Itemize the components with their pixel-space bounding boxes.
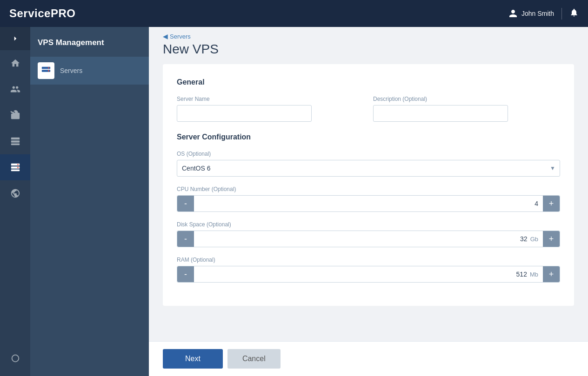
server-name-group: Server Name bbox=[177, 96, 364, 122]
nav-panel-title: VPS Management bbox=[30, 34, 149, 57]
svg-point-11 bbox=[48, 67, 49, 69]
main-layout: VPS Management Servers ◀ Servers New VPS… bbox=[0, 27, 588, 376]
disk-stepper: - 32 Gb + bbox=[177, 231, 560, 247]
sidebar-item-vps2[interactable] bbox=[0, 154, 30, 180]
form-footer: Next Cancel bbox=[149, 341, 588, 376]
servers-nav-icon bbox=[38, 62, 54, 79]
content-area: ◀ Servers New VPS General Server Name De… bbox=[149, 27, 588, 376]
svg-rect-1 bbox=[11, 140, 19, 143]
cpu-stepper: - 4 + bbox=[177, 195, 560, 212]
user-icon bbox=[508, 9, 518, 18]
ram-stepper: - 512 Mb + bbox=[177, 266, 560, 283]
form-card: General Server Name Description (Optiona… bbox=[163, 64, 574, 306]
server-name-label: Server Name bbox=[177, 96, 364, 102]
sidebar-item-users[interactable] bbox=[0, 76, 30, 102]
cpu-value: 4 bbox=[535, 200, 538, 207]
cpu-label: CPU Number (Optional) bbox=[177, 186, 560, 192]
nav-panel-item-servers[interactable]: Servers bbox=[30, 57, 149, 85]
cpu-minus-button[interactable]: - bbox=[177, 196, 194, 211]
user-name: John Smith bbox=[521, 10, 554, 17]
os-group: OS (Optional) CentOS 6 CentOS 7 Ubuntu 1… bbox=[177, 151, 560, 177]
page-header: ◀ Servers New VPS bbox=[149, 27, 588, 64]
description-group: Description (Optional) bbox=[373, 96, 560, 122]
cancel-button[interactable]: Cancel bbox=[227, 349, 281, 369]
logo-bold: PRO bbox=[51, 7, 76, 20]
header-user: John Smith bbox=[508, 9, 554, 18]
description-input[interactable] bbox=[373, 105, 508, 122]
sidebar bbox=[0, 27, 30, 376]
ram-value: 512 bbox=[516, 270, 527, 278]
breadcrumb-label: Servers bbox=[170, 33, 191, 40]
ram-plus-button[interactable]: + bbox=[543, 266, 560, 282]
sidebar-toggle[interactable] bbox=[0, 27, 30, 50]
svg-point-7 bbox=[17, 167, 19, 168]
page-title: New VPS bbox=[163, 42, 574, 57]
description-label: Description (Optional) bbox=[373, 96, 560, 102]
ram-unit: Mb bbox=[530, 271, 538, 278]
header-right: John Smith bbox=[508, 8, 579, 20]
app-header: ServicePRO John Smith bbox=[0, 0, 588, 27]
os-label: OS (Optional) bbox=[177, 151, 560, 157]
app-logo: ServicePRO bbox=[9, 7, 75, 20]
disk-unit: Gb bbox=[530, 236, 538, 243]
sidebar-item-status[interactable] bbox=[0, 345, 30, 371]
sidebar-item-globe[interactable] bbox=[0, 180, 30, 206]
config-section-title: Server Configuration bbox=[177, 133, 560, 141]
general-section-title: General bbox=[177, 78, 560, 86]
sidebar-item-services[interactable] bbox=[0, 102, 30, 128]
logo-light: Service bbox=[9, 7, 51, 20]
nav-panel: VPS Management Servers bbox=[30, 27, 149, 376]
svg-rect-2 bbox=[11, 144, 19, 145]
cpu-plus-button[interactable]: + bbox=[543, 196, 560, 211]
ram-group: RAM (Optional) - 512 Mb + bbox=[177, 257, 560, 283]
form-container: General Server Name Description (Optiona… bbox=[149, 64, 588, 341]
disk-group: Disk Space (Optional) - 32 Gb + bbox=[177, 221, 560, 247]
next-button[interactable]: Next bbox=[163, 349, 223, 369]
general-fields-row: Server Name Description (Optional) bbox=[177, 96, 560, 122]
cpu-group: CPU Number (Optional) - 4 + bbox=[177, 186, 560, 212]
disk-minus-button[interactable]: - bbox=[177, 231, 194, 247]
cpu-value-area: 4 bbox=[194, 200, 543, 207]
svg-rect-5 bbox=[11, 170, 19, 172]
disk-value-area: 32 Gb bbox=[194, 235, 543, 243]
notification-bell-icon[interactable] bbox=[561, 8, 579, 20]
svg-point-6 bbox=[17, 164, 19, 165]
disk-label: Disk Space (Optional) bbox=[177, 221, 560, 228]
servers-nav-label: Servers bbox=[60, 67, 82, 74]
ram-minus-button[interactable]: - bbox=[177, 266, 194, 282]
server-name-input[interactable] bbox=[177, 105, 312, 122]
ram-label: RAM (Optional) bbox=[177, 257, 560, 263]
disk-value: 32 bbox=[520, 235, 528, 243]
os-select[interactable]: CentOS 6 CentOS 7 Ubuntu 18.04 Ubuntu 20… bbox=[177, 160, 560, 177]
sidebar-item-vps1[interactable] bbox=[0, 128, 30, 154]
ram-value-area: 512 Mb bbox=[194, 270, 543, 278]
breadcrumb-icon: ◀ bbox=[163, 33, 168, 40]
breadcrumb[interactable]: ◀ Servers bbox=[163, 33, 574, 40]
sidebar-item-home[interactable] bbox=[0, 50, 30, 76]
disk-plus-button[interactable]: + bbox=[543, 231, 560, 247]
svg-rect-0 bbox=[11, 138, 19, 140]
svg-point-12 bbox=[48, 70, 49, 72]
os-select-wrapper: CentOS 6 CentOS 7 Ubuntu 18.04 Ubuntu 20… bbox=[177, 160, 560, 177]
svg-point-8 bbox=[12, 355, 19, 362]
